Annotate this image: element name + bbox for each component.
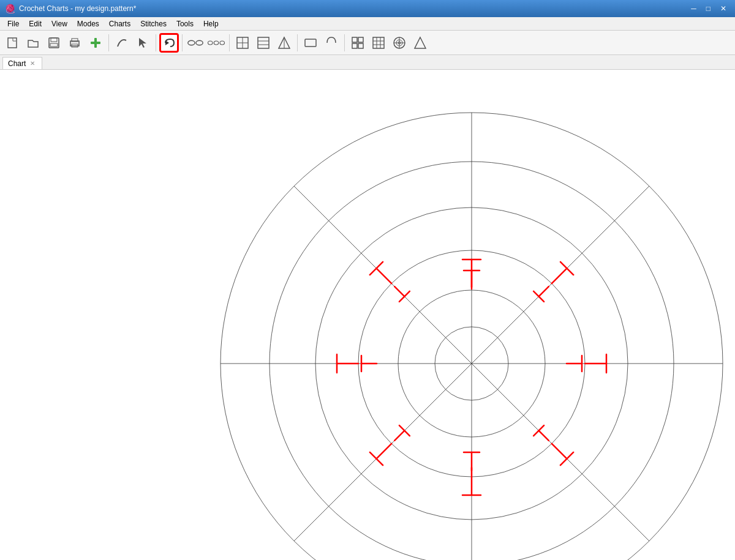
tab-chart-close[interactable]: ✕: [28, 59, 37, 68]
new-button[interactable]: [2, 33, 22, 53]
title-bar: 🧶 Crochet Charts - my design.pattern* ─ …: [0, 0, 735, 17]
svg-rect-40: [0, 70, 735, 559]
round-button[interactable]: [322, 33, 341, 53]
svg-rect-25: [352, 37, 357, 42]
print-button[interactable]: [65, 33, 85, 53]
svg-marker-9: [139, 38, 146, 48]
sep1: [108, 34, 109, 51]
table-button[interactable]: [369, 33, 388, 53]
minimize-button[interactable]: ─: [687, 4, 700, 13]
rect-button[interactable]: [301, 33, 320, 53]
svg-point-11: [188, 40, 195, 45]
sep5: [297, 34, 298, 51]
app-title: Crochet Charts - my design.pattern*: [19, 4, 136, 13]
menu-stitches[interactable]: Stitches: [135, 18, 172, 29]
app-icon: 🧶: [5, 4, 15, 13]
curve-button[interactable]: [112, 33, 132, 53]
svg-rect-27: [352, 43, 357, 48]
menu-tools[interactable]: Tools: [172, 18, 198, 29]
svg-point-14: [214, 41, 219, 45]
menu-edit[interactable]: Edit: [24, 18, 47, 29]
sep3: [182, 34, 183, 51]
triangle2-button[interactable]: [410, 33, 430, 53]
close-button[interactable]: ✕: [717, 4, 730, 13]
svg-rect-26: [358, 37, 363, 42]
chart-canvas[interactable]: [0, 70, 735, 560]
svg-rect-0: [8, 38, 17, 48]
menu-help[interactable]: Help: [198, 18, 224, 29]
svg-point-13: [208, 41, 213, 45]
toolbar: [0, 31, 735, 55]
svg-marker-10: [165, 40, 169, 45]
svg-rect-29: [373, 37, 384, 48]
menu-bar: File Edit View Modes Charts Stitches Too…: [0, 17, 735, 31]
menu-charts[interactable]: Charts: [104, 18, 135, 29]
tab-chart[interactable]: Chart ✕: [2, 57, 42, 69]
add-stitch-button[interactable]: [86, 33, 105, 53]
stitch-double-button[interactable]: [186, 33, 205, 53]
svg-point-15: [220, 41, 225, 45]
canvas-area[interactable]: [0, 70, 735, 560]
save-button[interactable]: [44, 33, 64, 53]
svg-rect-19: [258, 37, 269, 48]
stitch-grid-button[interactable]: [348, 33, 368, 53]
svg-marker-39: [415, 37, 426, 48]
sep2: [156, 34, 156, 51]
select-button[interactable]: [133, 33, 153, 53]
sep6: [344, 34, 345, 51]
menu-modes[interactable]: Modes: [72, 18, 104, 29]
svg-rect-2: [51, 38, 57, 42]
stitch-triple-button[interactable]: [206, 33, 226, 53]
undo-button[interactable]: [159, 33, 179, 53]
svg-rect-3: [50, 43, 58, 47]
sep4: [229, 34, 230, 51]
svg-rect-8: [91, 42, 100, 44]
maximize-button[interactable]: □: [703, 4, 714, 13]
tab-bar: Chart ✕: [0, 55, 735, 70]
triangle-grid-button[interactable]: [274, 33, 294, 53]
svg-point-12: [196, 40, 203, 45]
open-button[interactable]: [23, 33, 43, 53]
menu-view[interactable]: View: [47, 18, 72, 29]
square-grid-button[interactable]: [233, 33, 252, 53]
svg-rect-28: [358, 43, 363, 48]
menu-file[interactable]: File: [2, 18, 24, 29]
radial-button[interactable]: [390, 33, 409, 53]
row-grid-button[interactable]: [254, 33, 273, 53]
tab-chart-label: Chart: [8, 59, 26, 68]
svg-rect-24: [305, 39, 316, 47]
